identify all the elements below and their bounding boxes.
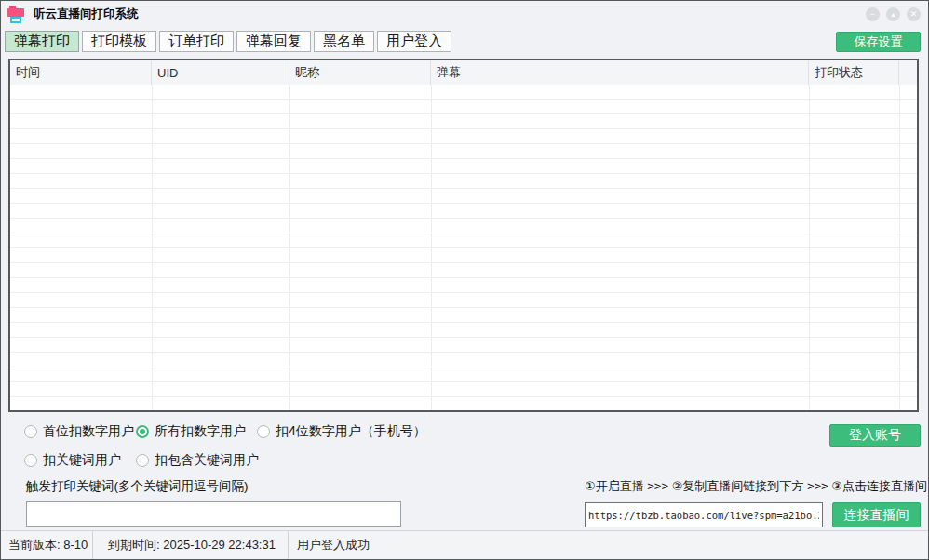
maximize-button[interactable]: ▲ [886, 7, 900, 21]
column-header-danmaku[interactable]: 弹幕 [431, 60, 809, 85]
status-bar: 当前版本: 8-10 到期时间: 2025-10-29 22:43:31 用户登… [1, 530, 928, 559]
window-controls: − ▲ ✕ [866, 7, 921, 21]
table-column-divider [289, 85, 290, 410]
status-separator [92, 531, 93, 559]
table-header: 时间 UID 昵称 弹幕 打印状态 [10, 60, 917, 85]
radio-4digit-phone-user[interactable]: 扣4位数字用户（手机号） [257, 424, 426, 439]
radio-all-digit-user[interactable]: 所有扣数字用户 [136, 424, 246, 439]
tab-bar: 弹幕打印 打印模板 订单打印 弹幕回复 黑名单 用户登入 [5, 31, 451, 52]
printer-app-icon [7, 5, 25, 23]
status-login-status: 用户登入成功 [297, 537, 370, 553]
tab-order-print[interactable]: 订单打印 [159, 31, 234, 52]
radio-icon [136, 425, 149, 438]
minimize-icon: − [870, 10, 875, 19]
login-account-button[interactable]: 登入账号 [829, 424, 921, 447]
trigger-keyword-input[interactable] [26, 501, 401, 527]
danmaku-table: 时间 UID 昵称 弹幕 打印状态 [8, 59, 919, 412]
radio-icon [24, 454, 37, 467]
connect-live-button[interactable]: 连接直播间 [832, 502, 921, 527]
tab-print-template[interactable]: 打印模板 [82, 31, 156, 52]
minimize-button[interactable]: − [866, 7, 880, 21]
radio-icon [24, 425, 37, 438]
status-version: 当前版本: 8-10 [8, 537, 88, 553]
printer-icon-paper [10, 17, 21, 23]
table-column-divider [809, 85, 810, 410]
radio-contains-keyword-user[interactable]: 扣包含关键词用户 [136, 453, 259, 468]
status-expire-time: 到期时间: 2025-10-29 22:43:31 [108, 537, 276, 553]
radio-first-digit-user[interactable]: 首位扣数字用户 [24, 424, 134, 439]
close-button[interactable]: ✕ [907, 7, 921, 21]
title-bar: 听云直播间打印系统 − ▲ ✕ [1, 1, 928, 27]
radio-keyword-user[interactable]: 扣关键词用户 [24, 453, 121, 468]
radio-icon [257, 425, 270, 438]
column-header-time[interactable]: 时间 [10, 60, 152, 85]
maximize-icon: ▲ [890, 11, 896, 18]
column-header-spacer [899, 60, 917, 85]
close-icon: ✕ [910, 10, 918, 19]
tab-danmaku-print[interactable]: 弹幕打印 [5, 31, 79, 52]
status-separator [288, 531, 289, 559]
live-instructions: ①开启直播 >>> ②复制直播间链接到下方 >>> ③点击连接直播间 [585, 478, 927, 495]
live-url-input[interactable] [585, 502, 823, 527]
table-column-divider [899, 85, 900, 410]
column-header-uid[interactable]: UID [152, 60, 289, 85]
table-body [10, 85, 917, 410]
tab-user-login[interactable]: 用户登入 [377, 31, 451, 52]
radio-icon [136, 454, 149, 467]
table-column-divider [152, 85, 153, 410]
table-column-divider [431, 85, 432, 410]
column-header-nickname[interactable]: 昵称 [289, 60, 431, 85]
printer-icon-body [7, 8, 24, 17]
tab-blacklist[interactable]: 黑名单 [314, 31, 374, 52]
save-settings-button[interactable]: 保存设置 [836, 32, 921, 52]
trigger-keyword-label: 触发打印关键词(多个关键词用逗号间隔) [26, 478, 249, 495]
column-header-print-status[interactable]: 打印状态 [809, 60, 899, 85]
window-title: 听云直播间打印系统 [34, 7, 139, 22]
tab-danmaku-reply[interactable]: 弹幕回复 [236, 31, 311, 52]
app-window: 听云直播间打印系统 − ▲ ✕ 弹幕打印 打印模板 订单打印 弹幕回复 黑名单 … [0, 0, 929, 560]
